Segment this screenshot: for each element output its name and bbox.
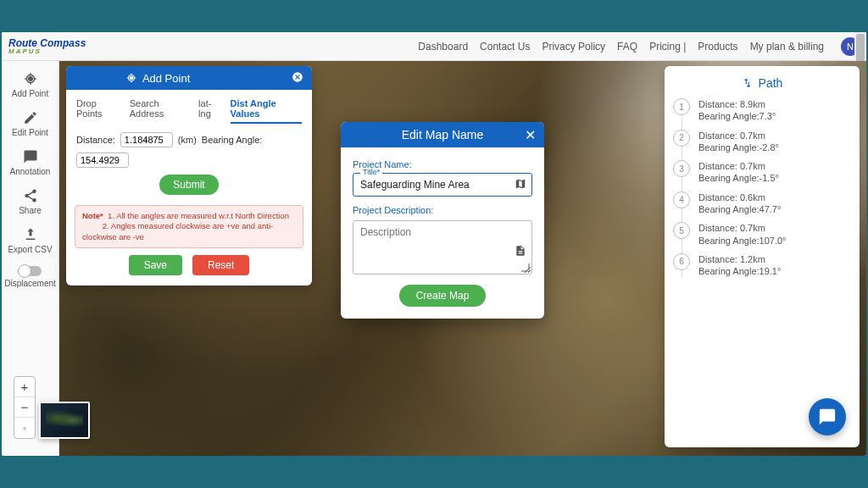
target-icon [23, 71, 38, 86]
minimap[interactable] [39, 402, 90, 439]
tab-lat-lng[interactable]: lat-lng [198, 98, 222, 124]
path-step-number: 3 [673, 160, 690, 177]
nav-products[interactable]: Products [698, 41, 737, 53]
sidebar-item-annotation[interactable]: Annotation [2, 144, 58, 181]
sidebar-item-displacement[interactable]: Displacement [2, 261, 58, 293]
close-icon[interactable]: ✕ [525, 127, 536, 143]
path-item[interactable]: 5 Distance: 0.7kmBearing Angle:107.0° [673, 222, 851, 247]
brand-sub: MAPUS [8, 48, 86, 55]
close-icon[interactable] [292, 71, 303, 86]
add-point-fields: Distance: (km) Bearing Angle: [66, 127, 312, 169]
sidebar-label: Annotation [10, 167, 51, 176]
path-distance: Distance: 8.9km [698, 98, 776, 110]
share-icon [23, 188, 38, 203]
path-bearing: Bearing Angle:47.7° [698, 203, 781, 215]
sidebar-item-share[interactable]: Share [2, 183, 58, 220]
modal-title: Edit Map Name [402, 128, 483, 141]
nav-privacy[interactable]: Privacy Policy [542, 41, 605, 53]
bearing-input[interactable] [76, 152, 129, 168]
save-button[interactable]: Save [129, 255, 182, 275]
path-distance: Distance: 0.7km [698, 130, 779, 141]
path-panel: Path 1 Distance: 8.9kmBearing Angle:7.3°… [665, 66, 860, 447]
chat-button[interactable] [809, 398, 846, 435]
top-bar: Route Compass MAPUS Dashboard Contact Us… [2, 32, 866, 61]
sidebar-label: Add Point [12, 89, 48, 98]
sidebar-label: Displacement [4, 279, 56, 288]
sidebar-item-export-csv[interactable]: Export CSV [2, 222, 58, 259]
path-step-number: 6 [673, 253, 690, 270]
sidebar-item-add-point[interactable]: Add Point [2, 66, 58, 103]
note-box: Note* 1. All the angles are measured w.r… [75, 205, 303, 248]
swap-icon [742, 77, 754, 89]
path-title: Path [673, 73, 851, 98]
sidebar-item-edit-point[interactable]: Edit Point [2, 105, 58, 142]
path-item[interactable]: 6 Distance: 1.2kmBearing Angle:19.1° [673, 253, 851, 278]
nav-contact[interactable]: Contact Us [480, 41, 530, 53]
path-bearing: Bearing Angle:7.3° [698, 110, 776, 122]
add-point-title: Add Point [142, 72, 190, 85]
title-float-label: Title* [360, 168, 382, 176]
path-bearing: Bearing Angle:-1.5° [698, 172, 779, 184]
file-icon [515, 245, 526, 258]
project-desc-input[interactable] [360, 226, 508, 267]
path-bearing: Bearing Angle:107.0° [698, 235, 786, 247]
map-icon [515, 178, 526, 191]
add-point-panel: Add Point Drop Points Search Address lat… [66, 66, 312, 286]
tab-dist-angle[interactable]: Dist Angle Values [231, 98, 302, 124]
tab-drop-points[interactable]: Drop Points [76, 98, 121, 124]
brand-main: Route Compass [8, 38, 86, 48]
add-point-tabs: Drop Points Search Address lat-lng Dist … [66, 90, 312, 127]
path-step-number: 2 [673, 130, 690, 147]
top-nav: Dashboard Contact Us Privacy Policy FAQ … [418, 37, 860, 56]
title-field-wrap: Title* [353, 173, 532, 197]
create-map-button[interactable]: Create Map [399, 285, 487, 307]
note-line-2: 2. Angles measured clockwise are +ve and… [82, 221, 273, 241]
path-distance: Distance: 0.7km [698, 160, 779, 172]
path-item[interactable]: 1 Distance: 8.9kmBearing Angle:7.3° [673, 98, 851, 123]
bearing-label: Bearing Angle: [202, 135, 263, 145]
zoom-out-button[interactable]: − [14, 397, 35, 418]
target-icon [125, 72, 137, 84]
edit-map-modal: Edit Map Name ✕ Project Name: Title* Pro… [341, 122, 544, 319]
desc-field-wrap [353, 220, 532, 274]
nav-faq[interactable]: FAQ [617, 41, 637, 53]
chat-icon [818, 408, 837, 426]
path-item[interactable]: 3 Distance: 0.7kmBearing Angle:-1.5° [673, 160, 851, 185]
zoom-controls: + − ◦ [14, 376, 36, 439]
sidebar-label: Export CSV [8, 245, 52, 254]
nav-dashboard[interactable]: Dashboard [418, 41, 468, 53]
zoom-in-button[interactable]: + [14, 377, 35, 397]
distance-label: Distance: [76, 135, 115, 145]
nav-pricing[interactable]: Pricing | [649, 41, 686, 53]
modal-header: Edit Map Name ✕ [341, 122, 544, 147]
distance-unit: (km) [178, 135, 197, 145]
path-step-number: 4 [673, 191, 690, 208]
workspace: Add Point Edit Point Annotation Share Ex… [2, 61, 866, 456]
comment-icon [23, 149, 38, 164]
path-item[interactable]: 4 Distance: 0.6kmBearing Angle:47.7° [673, 191, 851, 216]
distance-input[interactable] [120, 132, 173, 147]
path-bearing: Bearing Angle:-2.8° [698, 141, 779, 153]
path-step-number: 1 [673, 98, 690, 115]
project-desc-label: Project Description: [353, 205, 532, 215]
toggle-icon [19, 266, 42, 276]
tab-search-address[interactable]: Search Address [130, 98, 190, 124]
export-icon [23, 227, 38, 242]
path-step-number: 5 [673, 222, 690, 239]
sidebar-label: Share [19, 206, 42, 215]
brand-logo: Route Compass MAPUS [8, 38, 86, 55]
add-point-header: Add Point [66, 66, 312, 90]
reset-button[interactable]: Reset [192, 255, 249, 275]
sidebar-label: Edit Point [12, 128, 48, 137]
path-distance: Distance: 0.7km [698, 222, 786, 234]
submit-button[interactable]: Submit [159, 175, 218, 195]
zoom-reset-button[interactable]: ◦ [14, 418, 35, 438]
path-distance: Distance: 1.2km [698, 253, 781, 265]
path-item[interactable]: 2 Distance: 0.7kmBearing Angle:-2.8° [673, 130, 851, 154]
note-line-1: 1. All the angles are measured w.r.t Nor… [108, 211, 289, 220]
project-title-input[interactable] [360, 179, 508, 191]
path-bearing: Bearing Angle:19.1° [698, 265, 781, 277]
app-window: Route Compass MAPUS Dashboard Contact Us… [2, 32, 866, 456]
path-distance: Distance: 0.6km [698, 191, 781, 203]
nav-billing[interactable]: My plan & billing [750, 41, 824, 53]
